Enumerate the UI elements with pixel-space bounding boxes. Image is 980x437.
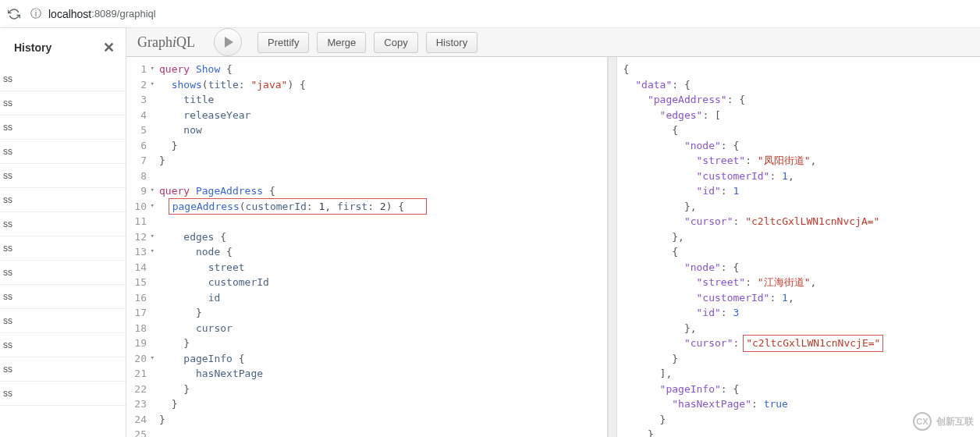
url-host: localhost xyxy=(48,8,91,20)
history-list: ss ss ss ss ss ss ss ss ss ss ss ss ss s… xyxy=(0,67,126,406)
copy-button[interactable]: Copy xyxy=(374,32,417,53)
query-code[interactable]: query Show { shows(title: "java") { titl… xyxy=(153,57,607,437)
watermark: CX 创新互联 xyxy=(913,412,974,431)
history-item[interactable]: ss xyxy=(0,236,126,261)
merge-button[interactable]: Merge xyxy=(317,32,366,53)
watermark-icon: CX xyxy=(913,412,932,431)
url-path: /graphiql xyxy=(117,8,156,20)
history-title: History xyxy=(14,41,51,54)
history-item[interactable]: ss xyxy=(0,67,126,91)
watermark-text: 创新互联 xyxy=(936,415,974,428)
history-item[interactable]: ss xyxy=(0,140,126,164)
query-editor[interactable]: 1 2 3 4 5 6 7 8 9 10 11 12 13 14 15 16 1… xyxy=(126,57,608,437)
history-item[interactable]: ss xyxy=(0,164,126,188)
history-panel: History ✕ ss ss ss ss ss ss ss ss ss ss … xyxy=(0,28,126,437)
play-icon xyxy=(225,37,233,48)
history-item[interactable]: ss xyxy=(0,115,126,140)
history-item[interactable]: ss xyxy=(0,261,126,285)
graphiql-logo: GraphiQL xyxy=(137,34,195,51)
toolbar: GraphiQL Prettify Merge Copy History xyxy=(126,28,980,57)
history-item[interactable]: ss xyxy=(0,382,126,406)
site-info-icon[interactable]: ⓘ xyxy=(30,8,42,20)
history-item[interactable]: ss xyxy=(0,333,126,357)
pane-divider[interactable] xyxy=(608,57,617,437)
reload-icon[interactable] xyxy=(6,6,22,22)
history-item[interactable]: ss xyxy=(0,212,126,236)
history-button[interactable]: History xyxy=(426,32,478,53)
browser-address-bar: ⓘ localhost:8089/graphiql xyxy=(0,0,980,28)
line-gutter: 1 2 3 4 5 6 7 8 9 10 11 12 13 14 15 16 1… xyxy=(126,57,153,437)
close-icon[interactable]: ✕ xyxy=(103,39,115,56)
prettify-button[interactable]: Prettify xyxy=(257,32,309,53)
execute-button[interactable] xyxy=(214,28,242,56)
history-item[interactable]: ss xyxy=(0,309,126,333)
result-viewer[interactable]: { "data": { "pageAddress": { "edges": [ … xyxy=(617,57,980,437)
history-item[interactable]: ss xyxy=(0,91,126,115)
url-port: :8089 xyxy=(91,8,117,20)
history-item[interactable]: ss xyxy=(0,285,126,309)
history-item[interactable]: ss xyxy=(0,188,126,212)
history-item[interactable]: ss xyxy=(0,357,126,382)
